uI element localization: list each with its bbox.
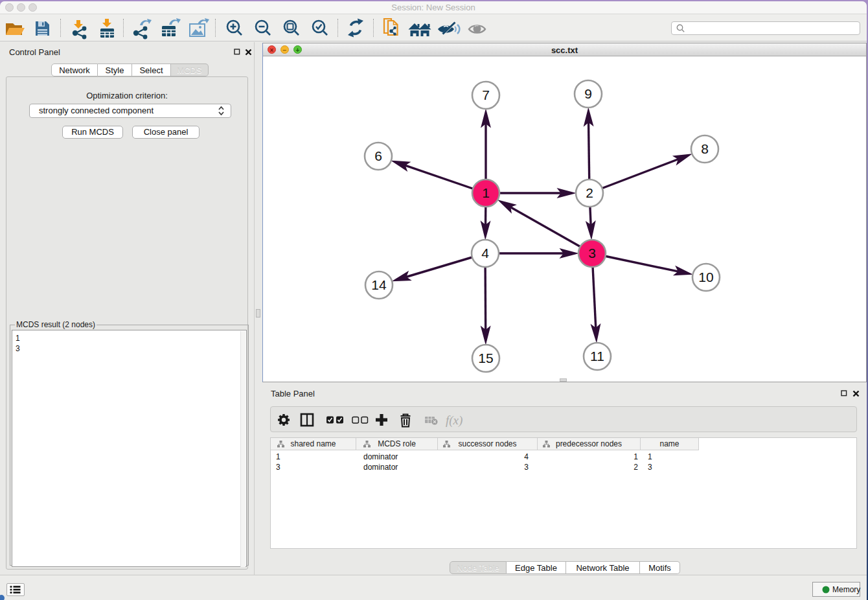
svg-text:3: 3 <box>588 246 596 260</box>
svg-text:6: 6 <box>374 148 382 163</box>
svg-text:14: 14 <box>371 277 387 292</box>
svg-text:1: 1 <box>482 185 490 200</box>
svg-text:10: 10 <box>698 270 713 284</box>
svg-text:9: 9 <box>584 86 592 101</box>
svg-text:f(x): f(x) <box>446 413 463 428</box>
svg-text:4: 4 <box>481 246 489 260</box>
svg-text:8: 8 <box>701 141 709 156</box>
svg-text:15: 15 <box>478 351 493 365</box>
svg-text:7: 7 <box>482 87 490 102</box>
svg-text:11: 11 <box>590 349 604 363</box>
svg-text:2: 2 <box>586 185 593 200</box>
